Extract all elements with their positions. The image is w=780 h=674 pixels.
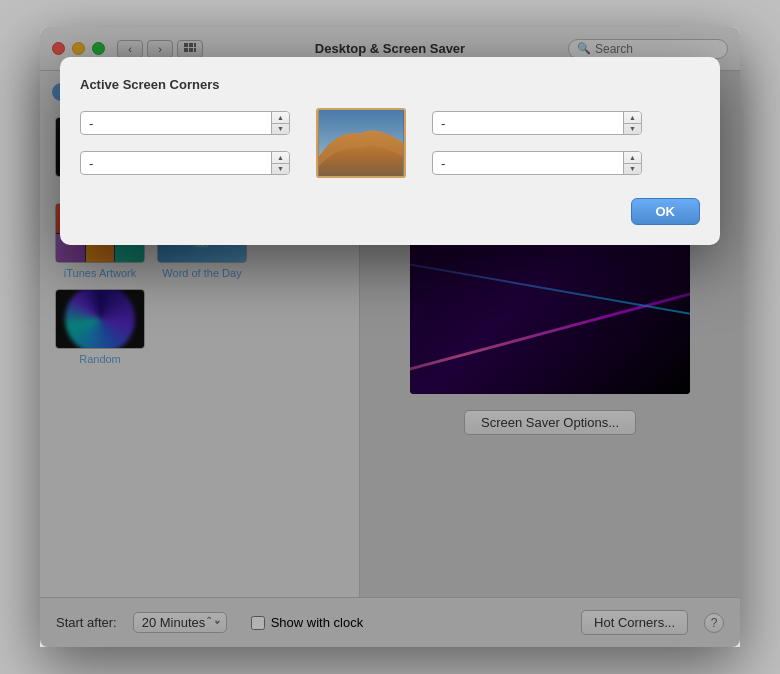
corner-tr-dropdown[interactable]: - ▲ ▼ — [432, 111, 642, 135]
corner-bl-down[interactable]: ▼ — [272, 164, 289, 175]
desktop-placeholder — [318, 110, 404, 176]
corner-tl-value: - — [81, 116, 271, 131]
corner-br-value: - — [433, 156, 623, 171]
corner-bl-dropdown[interactable]: - ▲ ▼ — [80, 151, 290, 175]
corner-br-down[interactable]: ▼ — [624, 164, 641, 175]
corner-bl-up[interactable]: ▲ — [272, 152, 289, 163]
corner-tl-dropdown[interactable]: - ▲ ▼ — [80, 111, 290, 135]
corner-tl-stepper: ▲ ▼ — [271, 112, 289, 134]
modal-btn-row: OK — [80, 198, 700, 225]
desktop-preview — [316, 108, 416, 178]
corner-tl-up[interactable]: ▲ — [272, 112, 289, 123]
corner-tl-down[interactable]: ▼ — [272, 124, 289, 135]
corner-br-up[interactable]: ▲ — [624, 152, 641, 163]
corner-tr-up[interactable]: ▲ — [624, 112, 641, 123]
main-window: ‹ › Desktop & Screen Saver 🔍 Flurr — [40, 27, 740, 647]
modal-title: Active Screen Corners — [80, 77, 700, 92]
corner-bottom-right: - ▲ ▼ — [432, 151, 652, 175]
corner-tr-value: - — [433, 116, 623, 131]
corner-top-left: - ▲ ▼ — [80, 111, 300, 135]
modal-dialog: Active Screen Corners - ▲ ▼ — [60, 57, 720, 245]
corner-tr-stepper: ▲ ▼ — [623, 112, 641, 134]
corners-grid: - ▲ ▼ — [80, 108, 700, 178]
corner-bl-stepper: ▲ ▼ — [271, 152, 289, 174]
ok-button[interactable]: OK — [631, 198, 701, 225]
desktop-preview-image — [316, 108, 406, 178]
corner-bottom-left: - ▲ ▼ — [80, 151, 300, 175]
corner-tr-down[interactable]: ▼ — [624, 124, 641, 135]
corner-br-stepper: ▲ ▼ — [623, 152, 641, 174]
corner-top-right: - ▲ ▼ — [432, 111, 652, 135]
modal-overlay: Active Screen Corners - ▲ ▼ — [40, 27, 740, 647]
corner-br-dropdown[interactable]: - ▲ ▼ — [432, 151, 642, 175]
corner-bl-value: - — [81, 156, 271, 171]
